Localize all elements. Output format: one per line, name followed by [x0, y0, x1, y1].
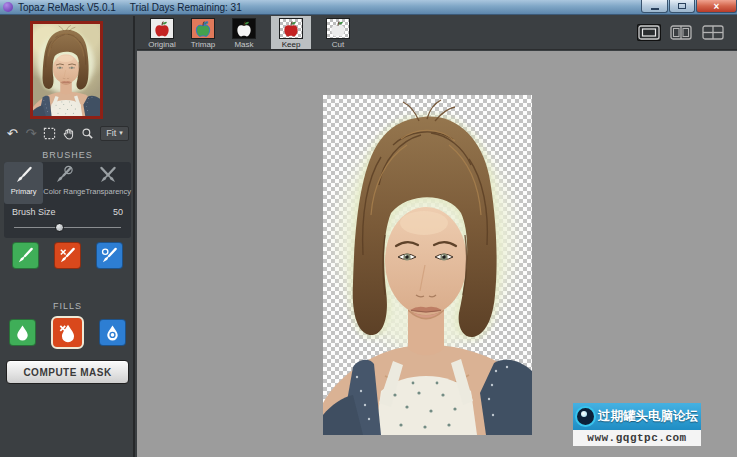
forum-logo-icon [575, 406, 596, 427]
app-icon [3, 2, 13, 12]
main-canvas[interactable]: 过期罐头电脑论坛 www.gqgtpc.com 过期罐头电脑论坛 www.gqg… [137, 51, 737, 457]
keep-apple-icon [279, 18, 303, 39]
redo-icon[interactable]: ↷ [25, 126, 38, 141]
dual-pane-view-button[interactable] [669, 24, 693, 41]
quad-pane-icon [702, 25, 724, 40]
brush-color-buttons [0, 242, 135, 269]
fill-buttons [0, 316, 135, 349]
original-apple-icon [150, 18, 174, 39]
fit-zoom-dropdown[interactable]: Fit ▾ [100, 126, 129, 141]
tab-cut[interactable]: Cut [318, 16, 358, 49]
title-bar: Topaz ReMask V5.0.1 Trial Days Remaining… [0, 0, 737, 15]
forum-url-text: www.gqgtpc.com [587, 432, 686, 444]
compute-brush-button[interactable] [96, 242, 123, 269]
keep-brush-icon [16, 246, 35, 265]
maximize-icon [678, 3, 686, 9]
forum-watermark: 过期罐头电脑论坛 www.gqgtpc.com 过期罐头电脑论坛 www.gqg… [573, 403, 719, 449]
marquee-select-icon[interactable] [43, 126, 56, 141]
brush-tool-label: Color Range [43, 187, 85, 196]
brushes-header: BRUSHES [0, 150, 135, 160]
window-controls: × [640, 0, 737, 13]
image-thumbnail[interactable] [30, 21, 103, 119]
compute-fill-icon [103, 323, 122, 342]
trial-days-text: Trial Days Remaining: 31 [130, 2, 242, 13]
dual-pane-icon [670, 25, 692, 40]
cut-brush-button[interactable] [54, 242, 81, 269]
brush-settings-panel: Primary Color Range Transparency Brush S… [4, 162, 131, 238]
keep-fill-icon [13, 323, 32, 342]
keep-fill-button[interactable] [9, 319, 36, 346]
tab-label: Mask [234, 40, 253, 49]
trimap-apple-icon [191, 18, 215, 39]
quad-pane-view-button[interactable] [701, 24, 725, 41]
brush-tool-label: Transparency [85, 187, 131, 196]
brush-tool-color-range[interactable]: Color Range [43, 162, 85, 204]
close-icon: × [714, 1, 720, 12]
cut-brush-icon [58, 246, 77, 265]
brush-size-label: Brush Size [12, 207, 56, 217]
single-pane-view-button[interactable] [637, 24, 661, 41]
cut-fill-button[interactable] [51, 316, 84, 349]
topaz-remask-window: Topaz ReMask V5.0.1 Trial Days Remaining… [0, 0, 737, 457]
view-mode-buttons [637, 16, 737, 49]
thumbnail-portrait [33, 24, 100, 116]
masked-image[interactable] [323, 95, 532, 435]
minimize-icon [651, 8, 659, 10]
close-button[interactable]: × [696, 0, 737, 13]
pan-hand-icon[interactable] [62, 126, 75, 141]
compute-fill-button[interactable] [99, 319, 126, 346]
portrait-photo [323, 95, 532, 435]
tab-label: Trimap [191, 40, 216, 49]
maximize-button[interactable] [669, 0, 695, 13]
brush-tool-selector: Primary Color Range Transparency [4, 162, 131, 204]
tab-trimap[interactable]: Trimap [183, 16, 223, 49]
fills-header: FILLS [0, 301, 135, 311]
cut-apple-icon [326, 18, 350, 39]
single-pane-icon [638, 25, 660, 40]
tab-label: Cut [332, 40, 344, 49]
brush-tool-primary[interactable]: Primary [4, 162, 43, 204]
undo-icon[interactable]: ↶ [6, 126, 19, 141]
mask-apple-icon [232, 18, 256, 39]
zoom-magnifier-icon[interactable] [81, 126, 94, 141]
brush-tool-transparency[interactable]: Transparency [85, 162, 131, 204]
cut-fill-icon [57, 322, 79, 344]
brush-size-slider[interactable] [14, 224, 121, 232]
tab-mask[interactable]: Mask [224, 16, 264, 49]
window-title: Topaz ReMask V5.0.1 [18, 2, 116, 13]
compute-mask-button[interactable]: COMPUTE MASK [6, 360, 129, 384]
watermark-main: 过期罐头电脑论坛 www.gqgtpc.com [573, 403, 701, 446]
brush-tool-label: Primary [11, 187, 37, 196]
tab-label: Original [148, 40, 176, 49]
slider-track [14, 227, 121, 228]
chevron-down-icon: ▾ [119, 129, 123, 137]
primary-brush-icon [14, 165, 34, 185]
fit-label: Fit [106, 128, 116, 138]
watermark-banner: 过期罐头电脑论坛 [573, 403, 701, 430]
watermark-url-bar: www.gqgtpc.com [573, 430, 701, 446]
tab-original[interactable]: Original [142, 16, 182, 49]
transparency-brush-icon [98, 165, 118, 185]
minimize-button[interactable] [641, 0, 668, 13]
slider-handle[interactable] [55, 223, 64, 232]
view-tab-bar: Original Trimap Mask Keep Cut [137, 16, 737, 50]
navigation-toolbar: ↶ ↷ Fit ▾ [0, 122, 135, 144]
forum-name-text: 过期罐头电脑论坛 [598, 408, 698, 425]
compute-brush-icon [100, 246, 119, 265]
keep-brush-button[interactable] [12, 242, 39, 269]
tab-label: Keep [282, 40, 301, 49]
left-sidebar: ↶ ↷ Fit ▾ BRUSHES Primary [0, 16, 135, 457]
tab-keep[interactable]: Keep [271, 16, 311, 49]
brush-size-value: 50 [113, 207, 123, 217]
color-range-brush-icon [54, 165, 74, 185]
